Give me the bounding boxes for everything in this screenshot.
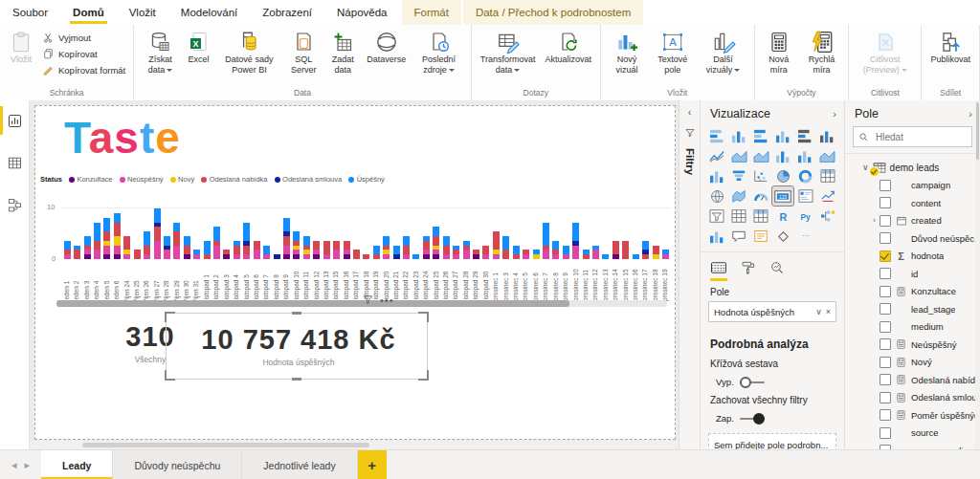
field-source[interactable]: source	[845, 425, 980, 443]
visual-type-donut-icon[interactable]	[795, 166, 816, 185]
menu-soubor[interactable]: Soubor	[0, 0, 60, 25]
bar-leden-2[interactable]	[72, 246, 81, 259]
bar-leden-3[interactable]	[82, 236, 92, 259]
visual-type-metrics-icon[interactable]	[772, 227, 793, 246]
field-checkbox[interactable]	[880, 250, 891, 262]
expand-field-icon[interactable]: ›	[873, 216, 876, 225]
field-checkbox[interactable]	[880, 321, 891, 333]
chevron-down-icon[interactable]: ∨	[815, 307, 822, 316]
field-odeslan-smlou[interactable]: Odeslaná smlou...	[845, 389, 980, 407]
bar-listopad-26[interactable]	[441, 236, 451, 259]
visual-type-treemap-icon[interactable]	[817, 166, 838, 185]
bar-listopad-27[interactable]	[451, 246, 460, 259]
nov-m-ra-button[interactable]: Nová míra	[759, 27, 799, 77]
resize-handle[interactable]	[418, 312, 429, 322]
bar-leden-1[interactable]	[62, 241, 72, 259]
visual-type-waterfall-icon[interactable]	[706, 166, 727, 185]
citlivost-preview-button[interactable]: Citlivost (Preview)	[853, 27, 917, 77]
page-tab-d-vody-ne-sp-chu[interactable]: Důvody neúspěchu	[113, 450, 242, 479]
resize-handle[interactable]	[165, 370, 175, 381]
field-checkbox[interactable]	[880, 357, 891, 368]
visual-type-key-influencers-icon[interactable]	[706, 227, 727, 246]
prev-page-icon[interactable]: ◂	[11, 459, 17, 471]
resize-handle[interactable]	[165, 312, 175, 322]
viz-tab-format[interactable]	[741, 260, 756, 281]
bar-prosinec-12[interactable]	[590, 246, 600, 259]
menu-modelov-n[interactable]: Modelování	[168, 0, 250, 25]
field-ne-sp-n[interactable]: Neúspěšný	[845, 336, 980, 354]
visual-type-clustered-bar-icon[interactable]	[750, 126, 771, 145]
field-lead-stage[interactable]: lead_stage	[845, 300, 980, 318]
visual-type-stacked-bar-icon[interactable]	[706, 126, 727, 145]
field-checkbox[interactable]	[880, 303, 891, 315]
field-checkbox[interactable]	[880, 374, 891, 385]
visual-type-clustered-column-icon[interactable]	[772, 126, 793, 145]
remove-field-icon[interactable]: ×	[826, 307, 831, 316]
bar-listopad-10[interactable]	[292, 231, 301, 259]
field-odeslan-nab-dka[interactable]: Odeslaná nabídka	[845, 371, 980, 389]
legend-item-odeslan-smlouva[interactable]: Odeslaná smlouva	[275, 175, 343, 184]
bar-prosinec-8[interactable]	[551, 241, 561, 259]
bar-listopad-3[interactable]	[222, 250, 232, 259]
expand-filters-icon[interactable]: ‹	[688, 106, 692, 118]
bar-listopad-30[interactable]	[481, 246, 491, 259]
bar-jen-31[interactable]	[191, 250, 201, 259]
bar-listopad-17[interactable]	[351, 250, 361, 259]
bar-prosinec-4[interactable]	[511, 246, 521, 259]
legend-item-sp-n[interactable]: Úspěšný	[348, 175, 385, 184]
visual-type-multi-row-card-icon[interactable]	[795, 186, 816, 206]
fields-scrollbar[interactable]	[975, 100, 980, 449]
visual-type-qa-icon[interactable]	[728, 227, 749, 246]
bar-listopad-25[interactable]	[432, 227, 441, 259]
bar-listopad-7[interactable]	[261, 246, 271, 259]
bar-prosinec-10[interactable]	[571, 223, 581, 259]
visual-type-table-icon[interactable]	[728, 207, 749, 226]
bar-prosinec-16[interactable]	[631, 254, 640, 259]
bar-prosinec-15[interactable]	[621, 241, 631, 259]
table-demo-leads[interactable]: ∨demo leads	[845, 159, 980, 177]
field-checkbox[interactable]	[880, 338, 891, 350]
menu-vlo-it[interactable]: Vložit	[117, 0, 168, 25]
menu-form-t[interactable]: Formát	[402, 0, 461, 25]
bar-prosinec-18[interactable]	[651, 246, 660, 259]
next-page-icon[interactable]: ▸	[25, 459, 31, 471]
more-options-icon[interactable]: •••	[380, 294, 394, 306]
visual-type-more-icon[interactable]: ···	[795, 227, 816, 246]
bar-prosinec-7[interactable]	[541, 223, 550, 259]
bar-leden-5[interactable]	[102, 218, 112, 259]
report-page[interactable]: Taste StatusKonzultaceNeúspěšnýNovýOdesl…	[34, 105, 676, 440]
bar-prosinec-3[interactable]	[501, 236, 511, 259]
datov-sady-power-bi-button[interactable]: Datové sady Power BI	[215, 27, 284, 77]
cross-report-toggle[interactable]	[740, 378, 765, 387]
visual-type-stacked-column-icon[interactable]	[728, 126, 749, 145]
add-page-button[interactable]: +	[358, 450, 387, 479]
resize-handle[interactable]	[418, 370, 429, 381]
field-id[interactable]: id	[845, 265, 980, 283]
chart-scrollbar-thumb[interactable]	[56, 300, 569, 307]
menu-n-pov-da[interactable]: Nápověda	[324, 0, 399, 25]
page-tab-leady[interactable]: Leady	[41, 450, 113, 479]
bar-listopad-16[interactable]	[342, 241, 351, 259]
visual-type-kpi-icon[interactable]	[817, 186, 838, 206]
paste-button[interactable]: Vložit	[4, 27, 38, 78]
zadat-data-button[interactable]: Zadat data	[323, 27, 362, 77]
bar-listopad-28[interactable]	[461, 241, 471, 259]
textov-pole-button[interactable]: ATextové pole	[649, 27, 697, 77]
field-checkbox[interactable]	[880, 427, 891, 439]
bar-prosinec-5[interactable]	[521, 250, 530, 259]
bar-jen-27[interactable]	[152, 208, 162, 259]
menu-zobrazen[interactable]: Zobrazení	[250, 0, 324, 25]
field-nov[interactable]: Nový	[845, 354, 980, 372]
legend-item-ne-sp-n[interactable]: Neúspěšný	[120, 175, 164, 184]
bar-listopad-20[interactable]	[382, 236, 391, 259]
bar-jen-29[interactable]	[172, 223, 182, 259]
page-tab-jednotliv-leady[interactable]: Jednotlivé leady	[242, 450, 357, 479]
field-created[interactable]: ›created	[845, 212, 980, 230]
legend-item-nov[interactable]: Nový	[170, 175, 195, 184]
sql-server-button[interactable]: SQL Server	[283, 27, 323, 77]
rychl-m-ra-button[interactable]: Rychlá míra	[799, 27, 844, 77]
visual-type-smart-narrative-icon[interactable]	[750, 227, 771, 246]
bar-prosinec-11[interactable]	[581, 250, 590, 259]
bar-listopad-24[interactable]	[421, 236, 431, 259]
stacked-column-chart[interactable]: 10 0	[49, 202, 671, 259]
